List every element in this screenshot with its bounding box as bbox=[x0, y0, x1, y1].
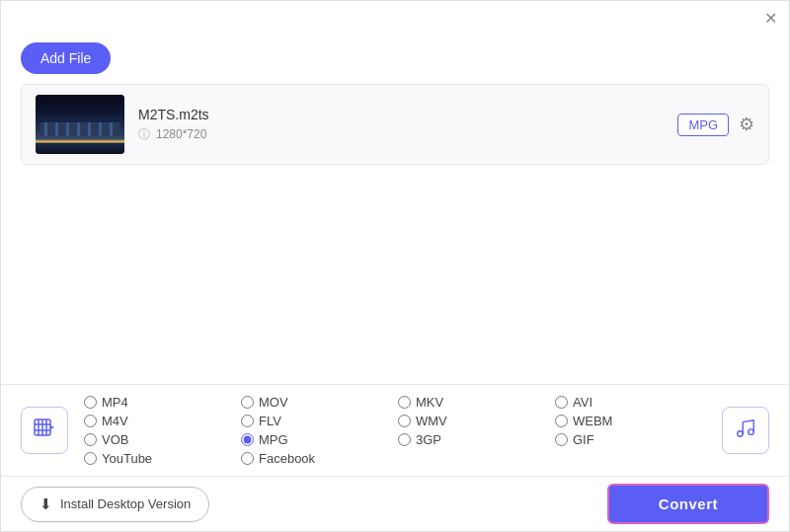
format-bar: MP4 MOV MKV AVI M4V FLV WMV WEBM bbox=[1, 384, 789, 476]
format-option-wmv[interactable]: WMV bbox=[398, 414, 555, 428]
file-resolution: 1280*720 bbox=[156, 127, 206, 141]
format-label-gif[interactable]: GIF bbox=[573, 432, 594, 447]
file-thumbnail bbox=[36, 95, 124, 154]
settings-icon[interactable]: ⚙ bbox=[739, 114, 754, 135]
format-option-facebook[interactable]: Facebook bbox=[241, 451, 398, 466]
format-label-m4v[interactable]: M4V bbox=[102, 414, 128, 428]
format-option-3gp[interactable]: 3GP bbox=[398, 432, 555, 447]
file-info: M2TS.m2ts ⓘ 1280*720 bbox=[138, 107, 664, 143]
format-option-flv[interactable]: FLV bbox=[241, 414, 398, 428]
convert-button[interactable]: Convert bbox=[607, 484, 769, 524]
format-option-webm[interactable]: WEBM bbox=[555, 414, 712, 428]
svg-point-8 bbox=[749, 429, 754, 435]
audio-format-icon-area[interactable] bbox=[722, 407, 769, 454]
format-option-gif[interactable]: GIF bbox=[555, 432, 712, 447]
format-option-m4v[interactable]: M4V bbox=[84, 414, 241, 428]
download-icon: ⬇ bbox=[40, 495, 52, 513]
svg-point-7 bbox=[738, 431, 744, 437]
format-label-youtube[interactable]: YouTube bbox=[102, 451, 152, 466]
format-label-facebook[interactable]: Facebook bbox=[259, 451, 315, 466]
format-label-mp4[interactable]: MP4 bbox=[102, 395, 128, 410]
format-label-mkv[interactable]: MKV bbox=[416, 395, 443, 410]
thumbnail-image bbox=[36, 95, 124, 154]
format-label-avi[interactable]: AVI bbox=[573, 395, 592, 410]
install-label: Install Desktop Version bbox=[60, 496, 191, 511]
file-meta: ⓘ 1280*720 bbox=[138, 126, 664, 143]
video-format-icon-area[interactable] bbox=[21, 407, 68, 454]
close-button[interactable]: ✕ bbox=[764, 11, 777, 27]
format-label-3gp[interactable]: 3GP bbox=[416, 432, 441, 447]
install-desktop-button[interactable]: ⬇ Install Desktop Version bbox=[21, 487, 209, 522]
format-label-webm[interactable]: WEBM bbox=[573, 414, 612, 428]
footer-bar: ⬇ Install Desktop Version Convert bbox=[1, 476, 789, 531]
format-label-mov[interactable]: MOV bbox=[259, 395, 288, 410]
format-option-mkv[interactable]: MKV bbox=[398, 395, 555, 410]
format-badge-button[interactable]: MPG bbox=[677, 114, 729, 136]
file-item: M2TS.m2ts ⓘ 1280*720 MPG ⚙ bbox=[22, 85, 768, 164]
format-label-mpg[interactable]: MPG bbox=[259, 432, 288, 447]
format-option-mov[interactable]: MOV bbox=[241, 395, 398, 410]
add-file-button[interactable]: Add File bbox=[21, 42, 111, 74]
format-options: MP4 MOV MKV AVI M4V FLV WMV WEBM bbox=[84, 395, 712, 466]
format-option-vob[interactable]: VOB bbox=[84, 432, 241, 447]
info-icon: ⓘ bbox=[138, 126, 150, 143]
header-area: Add File bbox=[1, 37, 789, 84]
title-bar: ✕ bbox=[1, 1, 789, 37]
music-icon bbox=[735, 418, 756, 443]
format-option-mp4[interactable]: MP4 bbox=[84, 395, 241, 410]
video-icon bbox=[33, 416, 56, 445]
format-label-flv[interactable]: FLV bbox=[259, 414, 281, 428]
format-option-avi[interactable]: AVI bbox=[555, 395, 712, 410]
file-actions: MPG ⚙ bbox=[677, 114, 754, 136]
file-name: M2TS.m2ts bbox=[138, 107, 664, 122]
format-option-mpg[interactable]: MPG bbox=[241, 432, 398, 447]
format-option-youtube[interactable]: YouTube bbox=[84, 451, 241, 466]
svg-marker-6 bbox=[50, 425, 54, 429]
format-label-wmv[interactable]: WMV bbox=[416, 414, 447, 428]
format-label-vob[interactable]: VOB bbox=[102, 432, 128, 447]
file-list: M2TS.m2ts ⓘ 1280*720 MPG ⚙ bbox=[21, 84, 769, 165]
